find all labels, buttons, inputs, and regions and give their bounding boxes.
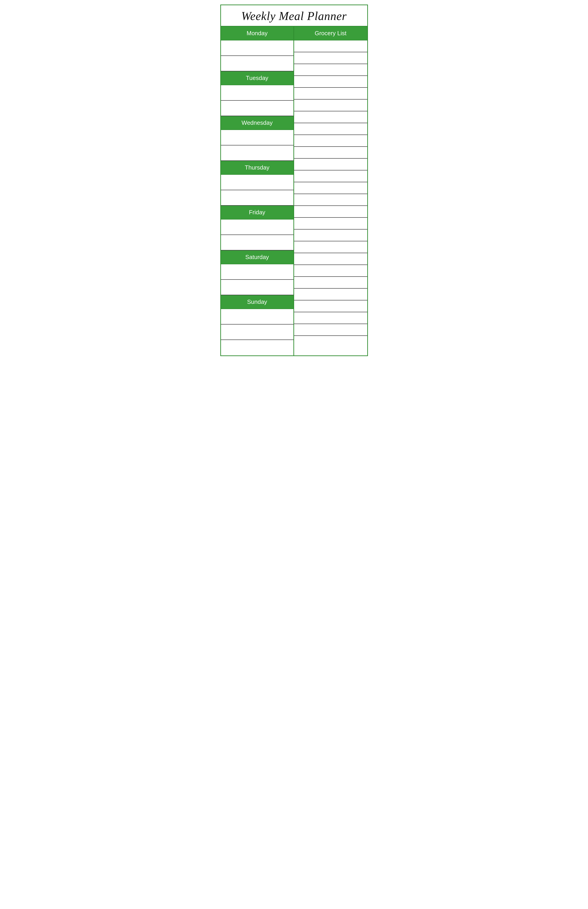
- tuesday-meal-2[interactable]: [221, 101, 294, 116]
- grocery-row-1[interactable]: [294, 40, 367, 52]
- friday-meal-1[interactable]: [221, 220, 294, 235]
- grocery-row-18[interactable]: [294, 241, 367, 253]
- grocery-row-22[interactable]: [294, 289, 367, 301]
- grocery-row-12[interactable]: [294, 170, 367, 182]
- grocery-row-4[interactable]: [294, 76, 367, 88]
- grocery-row-8[interactable]: [294, 123, 367, 135]
- grocery-row-9[interactable]: [294, 135, 367, 147]
- days-column: Monday Tuesday Wednesday Thursday Friday…: [221, 27, 294, 356]
- grocery-row-25[interactable]: [294, 324, 367, 336]
- monday-header: Monday: [221, 27, 294, 40]
- thursday-meal-2[interactable]: [221, 190, 294, 205]
- sunday-header: Sunday: [221, 295, 294, 309]
- grocery-row-24[interactable]: [294, 312, 367, 324]
- sunday-meal-3[interactable]: [221, 340, 294, 356]
- thursday-meal-1[interactable]: [221, 175, 294, 190]
- monday-meal-2[interactable]: [221, 56, 294, 71]
- grocery-row-17[interactable]: [294, 230, 367, 241]
- tuesday-meal-1[interactable]: [221, 85, 294, 101]
- friday-header: Friday: [221, 205, 294, 220]
- grocery-row-10[interactable]: [294, 147, 367, 159]
- grocery-header: Grocery List: [294, 27, 367, 40]
- saturday-meal-2[interactable]: [221, 280, 294, 295]
- grocery-column: Grocery List: [294, 27, 367, 356]
- grocery-row-14[interactable]: [294, 194, 367, 206]
- wednesday-header: Wednesday: [221, 116, 294, 130]
- grocery-row-26[interactable]: [294, 336, 367, 348]
- page-title: Weekly Meal Planner: [221, 5, 367, 26]
- friday-meal-2[interactable]: [221, 235, 294, 251]
- grocery-row-7[interactable]: [294, 112, 367, 123]
- planner-container: Weekly Meal Planner Monday Tuesday Wedne…: [220, 5, 368, 356]
- planner-grid: Monday Tuesday Wednesday Thursday Friday…: [221, 26, 367, 356]
- grocery-row-3[interactable]: [294, 64, 367, 76]
- grocery-row-15[interactable]: [294, 206, 367, 218]
- wednesday-meal-1[interactable]: [221, 130, 294, 146]
- grocery-rows: [294, 40, 367, 348]
- grocery-row-20[interactable]: [294, 265, 367, 277]
- grocery-row-23[interactable]: [294, 301, 367, 312]
- thursday-header: Thursday: [221, 161, 294, 175]
- grocery-row-13[interactable]: [294, 182, 367, 194]
- saturday-header: Saturday: [221, 251, 294, 264]
- grocery-row-6[interactable]: [294, 100, 367, 112]
- monday-meal-1[interactable]: [221, 40, 294, 56]
- grocery-row-19[interactable]: [294, 253, 367, 265]
- sunday-meal-1[interactable]: [221, 309, 294, 325]
- grocery-row-2[interactable]: [294, 52, 367, 64]
- grocery-row-5[interactable]: [294, 88, 367, 100]
- saturday-meal-1[interactable]: [221, 264, 294, 280]
- tuesday-header: Tuesday: [221, 71, 294, 85]
- grocery-row-16[interactable]: [294, 218, 367, 230]
- sunday-meal-2[interactable]: [221, 325, 294, 340]
- grocery-row-21[interactable]: [294, 277, 367, 289]
- grocery-row-11[interactable]: [294, 159, 367, 170]
- wednesday-meal-2[interactable]: [221, 146, 294, 161]
